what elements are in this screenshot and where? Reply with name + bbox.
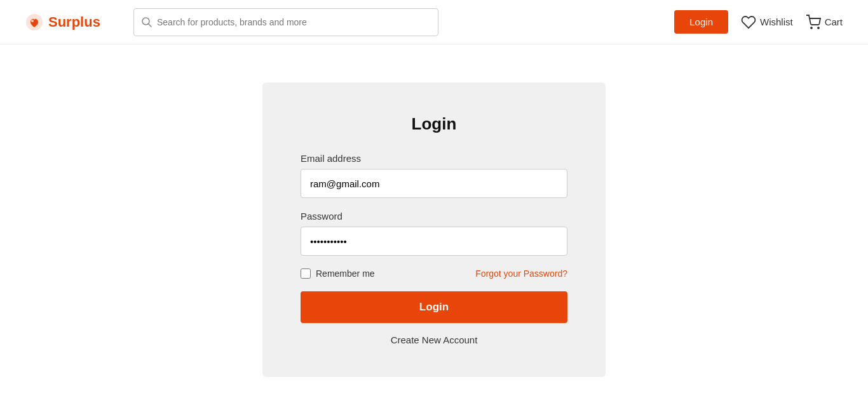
header-right: Login Wishlist Cart [674,10,843,34]
heart-icon [741,15,756,30]
login-form-title: Login [301,114,567,134]
login-submit-button[interactable]: Login [301,291,567,323]
password-label: Password [301,211,567,222]
wishlist-link[interactable]: Wishlist [741,15,793,30]
password-group: Password [301,211,567,256]
logo[interactable]: Surplus [25,13,121,31]
login-card: Login Email address Password Remember me… [262,83,606,377]
remember-me-label[interactable]: Remember me [301,268,375,279]
email-group: Email address [301,153,567,198]
search-icon [142,17,152,27]
main-content: Login Email address Password Remember me… [0,44,868,415]
header-login-button[interactable]: Login [674,10,728,34]
remember-me-checkbox[interactable] [301,268,311,279]
create-account-link[interactable]: Create New Account [301,334,567,345]
form-options-row: Remember me Forgot your Password? [301,268,567,279]
remember-me-text: Remember me [316,268,375,279]
logo-text: Surplus [48,14,100,30]
email-input[interactable] [301,169,567,198]
cart-link[interactable]: Cart [806,15,843,30]
search-bar[interactable] [133,8,438,36]
svg-point-4 [811,27,812,29]
cart-icon [806,15,821,30]
forgot-password-link[interactable]: Forgot your Password? [475,268,567,279]
email-label: Email address [301,153,567,164]
password-input[interactable] [301,227,567,256]
wishlist-label: Wishlist [760,17,793,27]
svg-line-3 [149,23,152,27]
search-input[interactable] [157,17,430,27]
svg-point-1 [31,20,34,22]
header: Surplus Login Wishlist Cart [0,0,868,44]
logo-icon [25,13,43,31]
svg-point-5 [818,27,819,29]
cart-label: Cart [825,17,843,27]
